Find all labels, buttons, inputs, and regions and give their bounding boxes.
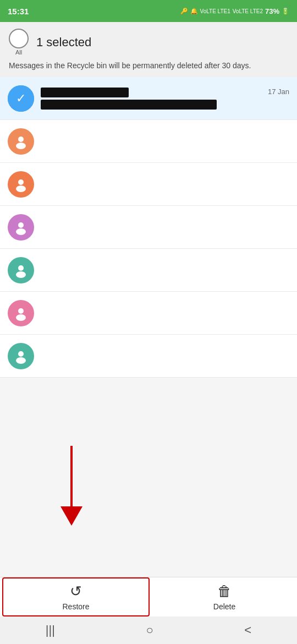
message-date: 17 Jan bbox=[268, 88, 289, 97]
avatar bbox=[8, 171, 34, 198]
home-icon[interactable]: ○ bbox=[146, 623, 153, 637]
status-time: 15:31 bbox=[8, 7, 29, 16]
status-icons: 🔑 🔔 VoLTE LTE1 VoLTE LTE2 73% 🔋 bbox=[180, 7, 289, 15]
message-content bbox=[41, 179, 289, 190]
sender-name bbox=[41, 222, 173, 231]
svg-point-3 bbox=[16, 185, 26, 192]
list-item[interactable]: ✓ 17 Jan bbox=[0, 77, 297, 120]
message-content bbox=[41, 351, 289, 362]
svg-marker-13 bbox=[61, 506, 82, 526]
list-item[interactable] bbox=[0, 120, 297, 163]
svg-point-1 bbox=[16, 143, 26, 149]
message-top-row bbox=[41, 136, 289, 145]
arrow-annotation bbox=[55, 446, 99, 534]
message-top-row bbox=[41, 179, 289, 188]
message-top-row bbox=[41, 265, 289, 274]
restore-button[interactable]: ↺ Restore bbox=[2, 577, 150, 616]
list-item[interactable] bbox=[0, 292, 297, 335]
sender-name bbox=[41, 179, 173, 188]
message-top-row: 17 Jan bbox=[41, 88, 289, 97]
delete-label: Delete bbox=[213, 602, 235, 611]
header-top: All 1 selected bbox=[9, 29, 288, 56]
list-item[interactable] bbox=[0, 163, 297, 206]
svg-point-10 bbox=[18, 351, 24, 357]
svg-point-6 bbox=[18, 265, 24, 271]
lte2-icon: VoLTE LTE2 bbox=[233, 8, 263, 14]
message-content: 17 Jan bbox=[41, 88, 289, 110]
sender-name bbox=[41, 136, 173, 145]
svg-point-8 bbox=[18, 308, 24, 314]
battery-icon: 🔋 bbox=[282, 8, 289, 15]
message-list: ✓ 17 Jan bbox=[0, 77, 297, 378]
recycle-notice: Messages in the Recycle bin will be perm… bbox=[9, 60, 288, 72]
message-content bbox=[41, 136, 289, 147]
avatar bbox=[8, 128, 34, 155]
checkmark-icon: ✓ bbox=[8, 85, 34, 112]
message-top-row bbox=[41, 351, 289, 359]
svg-point-7 bbox=[16, 271, 26, 278]
lte-icon: VoLTE LTE1 bbox=[200, 8, 230, 14]
restore-icon: ↺ bbox=[70, 583, 82, 600]
message-top-row bbox=[41, 222, 289, 231]
header-section: All 1 selected Messages in the Recycle b… bbox=[0, 22, 297, 77]
all-label: All bbox=[15, 49, 22, 56]
avatar bbox=[8, 300, 34, 326]
select-all-circle[interactable] bbox=[9, 29, 29, 48]
action-bar: ↺ Restore 🗑 Delete bbox=[0, 577, 297, 616]
list-item[interactable] bbox=[0, 206, 297, 249]
list-item[interactable] bbox=[0, 335, 297, 378]
sender-name bbox=[41, 308, 173, 316]
list-item[interactable] bbox=[0, 249, 297, 292]
avatar bbox=[8, 343, 34, 369]
selected-count-title: 1 selected bbox=[36, 35, 91, 50]
svg-point-4 bbox=[18, 222, 24, 228]
sim-icon: 🔑 bbox=[180, 8, 188, 15]
message-top-row bbox=[41, 308, 289, 316]
restore-label: Restore bbox=[62, 602, 89, 611]
sender-name-redacted bbox=[41, 88, 129, 97]
svg-point-11 bbox=[16, 357, 26, 364]
svg-point-5 bbox=[16, 228, 26, 235]
status-bar: 15:31 🔑 🔔 VoLTE LTE1 VoLTE LTE2 73% 🔋 bbox=[0, 0, 297, 22]
battery-indicator: 73% bbox=[265, 7, 279, 15]
avatar: ✓ bbox=[8, 85, 34, 112]
select-all-wrap[interactable]: All bbox=[9, 29, 29, 56]
delete-button[interactable]: 🗑 Delete bbox=[152, 577, 297, 616]
svg-point-2 bbox=[18, 179, 24, 185]
sender-name bbox=[41, 265, 173, 274]
message-content bbox=[41, 308, 289, 319]
nav-bar: ||| ○ < bbox=[0, 616, 297, 644]
svg-point-9 bbox=[16, 314, 26, 321]
message-content bbox=[41, 265, 289, 276]
sender-name bbox=[41, 351, 173, 359]
svg-point-0 bbox=[18, 137, 24, 142]
message-preview-redacted bbox=[41, 100, 217, 110]
recent-apps-icon[interactable]: ||| bbox=[46, 623, 55, 637]
alarm-icon: 🔔 bbox=[190, 8, 198, 15]
avatar bbox=[8, 214, 34, 241]
avatar bbox=[8, 257, 34, 283]
delete-icon: 🗑 bbox=[217, 583, 232, 600]
back-icon[interactable]: < bbox=[244, 623, 251, 637]
message-content bbox=[41, 222, 289, 233]
